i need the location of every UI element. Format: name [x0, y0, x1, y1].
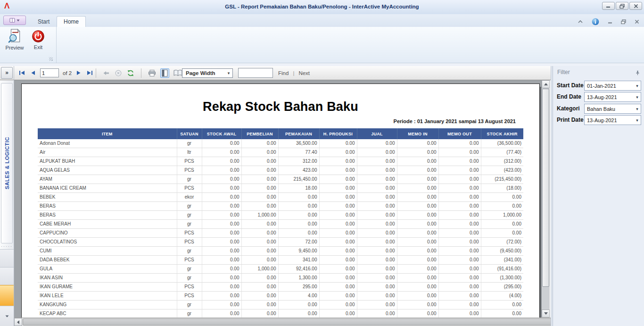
table-cell: 0.00	[397, 157, 438, 166]
table-cell: 0.00	[202, 211, 241, 220]
table-row: Airltr0.000.0077.400.000.000.000.00(77.4…	[38, 148, 523, 157]
rail-splitter-handle[interactable]: ·····	[0, 244, 14, 248]
back-button[interactable]	[102, 69, 111, 77]
table-cell: 0.00	[241, 193, 278, 202]
table-cell: 0.00	[278, 229, 319, 238]
refresh-button[interactable]	[126, 68, 135, 78]
print-button[interactable]	[147, 68, 157, 78]
table-cell: 0.00	[397, 193, 438, 202]
start-date-select[interactable]: 01-Jan-2021 ▾	[584, 81, 641, 91]
tab-home[interactable]: Home	[57, 16, 86, 27]
table-cell: 0.00	[241, 274, 278, 283]
rail-nav-button[interactable]	[0, 267, 14, 285]
column-header: MEMO IN	[397, 128, 438, 139]
column-header: JUAL	[357, 128, 397, 139]
navigation-rail: » SALES & LOGICTIC ·····	[0, 66, 14, 326]
scroll-up-button[interactable]	[542, 80, 550, 88]
report-page: Rekap Stock Bahan Baku Periode : 01 Janu…	[21, 84, 540, 318]
table-cell: CUMI	[38, 247, 177, 256]
table-cell: 0.00	[202, 292, 241, 301]
scroll-down-button[interactable]	[542, 309, 550, 318]
window-split-icon	[9, 18, 15, 23]
table-cell: 1,000.00	[241, 265, 278, 274]
table-cell: 0.00	[481, 193, 523, 202]
table-cell: Adonan Donat	[38, 139, 177, 148]
table-cell: 0.00	[438, 211, 481, 220]
sidebar-item-sales-logictic[interactable]: SALES & LOGICTIC	[1, 83, 13, 243]
table-cell: 0.00	[319, 211, 357, 220]
table-cell: 0.00	[278, 193, 319, 202]
table-cell: 0.00	[319, 202, 357, 211]
table-cell: 0.00	[481, 309, 523, 318]
find-next-button[interactable]: Next	[298, 70, 310, 76]
print-date-select[interactable]: 13-Aug-2021 ▾	[584, 115, 641, 125]
application-menu-button[interactable]	[3, 16, 26, 25]
table-cell: 0.00	[481, 229, 523, 238]
table-cell: PCS	[177, 283, 202, 292]
last-page-button[interactable]	[86, 69, 94, 76]
table-cell: 0.00	[202, 309, 241, 318]
column-header: SATUAN	[177, 128, 202, 139]
table-cell: 0.00	[202, 274, 241, 283]
table-cell: 0.00	[438, 229, 481, 238]
table-cell: 1,000.00	[241, 211, 278, 220]
minimize-button[interactable]	[602, 2, 615, 10]
table-cell: 0.00	[357, 184, 397, 193]
restore-button[interactable]	[616, 2, 628, 10]
expand-panel-button[interactable]: »	[1, 67, 13, 79]
table-cell: 0.00	[202, 220, 241, 229]
table-cell: 0.00	[202, 238, 241, 247]
kategori-select[interactable]: Bahan Baku ▾	[584, 104, 641, 114]
table-cell: 0.00	[357, 157, 397, 166]
search-input[interactable]	[238, 68, 273, 78]
auto-hide-pin-button[interactable]	[635, 69, 640, 77]
table-cell: PCS	[177, 166, 202, 175]
collapse-ribbon-button[interactable]	[577, 19, 584, 25]
find-button[interactable]: Find	[278, 70, 289, 76]
table-cell: 0.00	[357, 166, 397, 175]
close-button[interactable]	[629, 2, 642, 10]
rail-nav-button-active[interactable]	[0, 285, 14, 306]
rail-nav-button[interactable]	[0, 249, 14, 267]
page-number-input[interactable]	[40, 68, 59, 77]
print-layout-toggle-button[interactable]	[160, 68, 169, 78]
column-header: ITEM	[38, 128, 177, 139]
group-resize-grip-icon	[49, 57, 53, 61]
horizontal-scrollbar[interactable]	[14, 318, 632, 326]
horizontal-scrollbar-thumb[interactable]	[23, 318, 593, 326]
mdi-minimize-button[interactable]	[607, 19, 613, 25]
exit-button[interactable]: Exit	[27, 28, 49, 59]
end-date-select[interactable]: 13-Aug-2021 ▾	[584, 92, 641, 102]
table-row: AYAMgr0.000.00215,450.000.000.000.000.00…	[38, 175, 523, 184]
table-cell: 0.00	[241, 301, 278, 309]
help-button[interactable]	[591, 17, 600, 26]
previous-page-icon	[31, 70, 35, 75]
mdi-restore-button[interactable]	[620, 18, 627, 25]
start-date-value: 01-Jan-2021	[585, 83, 634, 89]
table-cell: 92,416.00	[278, 265, 319, 274]
table-row: AQUA GELASPCS0.000.00423.000.000.000.000…	[38, 166, 523, 175]
previous-page-button[interactable]	[30, 69, 36, 76]
vertical-scrollbar-thumb[interactable]	[542, 89, 549, 287]
table-cell: 0.00	[202, 157, 241, 166]
chevron-down-icon: ▾	[225, 71, 232, 75]
table-cell: 0.00	[357, 292, 397, 301]
next-page-button[interactable]	[75, 69, 82, 76]
ribbon-tab-row: Start Home	[0, 14, 644, 27]
table-cell: 0.00	[319, 229, 357, 238]
zoom-select[interactable]: Page Width ▾	[182, 68, 233, 78]
vertical-scrollbar[interactable]	[541, 80, 550, 318]
first-page-button[interactable]	[18, 69, 26, 76]
table-cell: 0.00	[202, 229, 241, 238]
table-cell: 0.00	[397, 309, 438, 318]
rail-overflow-button[interactable]	[0, 306, 14, 326]
scroll-left-button[interactable]	[14, 318, 22, 326]
stop-rendering-button[interactable]	[114, 69, 123, 77]
mdi-close-button[interactable]	[634, 18, 640, 25]
preview-button[interactable]: Preview	[4, 28, 25, 59]
triangle-up-icon	[544, 83, 548, 85]
tab-start[interactable]: Start	[31, 16, 56, 27]
table-cell: 0.00	[357, 202, 397, 211]
column-header: PEMBELIAN	[241, 128, 278, 139]
table-cell: 0.00	[397, 166, 438, 175]
